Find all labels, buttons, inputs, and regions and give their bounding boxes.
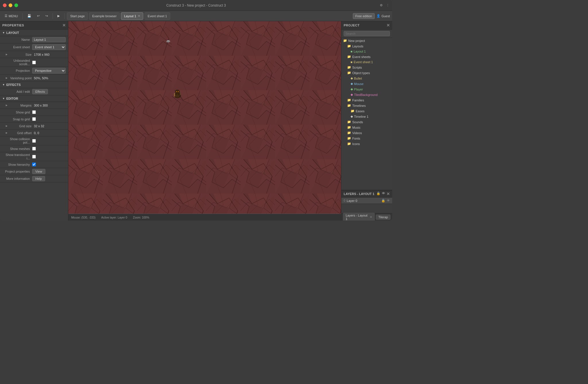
projection-select[interactable]: Perspective xyxy=(32,68,66,74)
grid-size-expand-icon: ▶ xyxy=(6,125,9,127)
snap-to-grid-checkbox[interactable] xyxy=(32,117,36,121)
bullet-icon: ◆ xyxy=(351,76,353,80)
tree-item-scripts[interactable]: 📁 Scripts xyxy=(341,65,392,70)
menu-icon: ☰ xyxy=(5,14,7,18)
tree-item-event-sheet-1[interactable]: ■ Event sheet 1 xyxy=(341,59,392,65)
player-sprite xyxy=(172,87,183,99)
view-button[interactable]: View xyxy=(32,169,45,174)
prop-row-grid-size: ▶ Grid size 32 x 32 xyxy=(0,123,68,130)
tree-item-bullet[interactable]: ◆ Bullet xyxy=(341,76,392,81)
effects-button[interactable]: Effects xyxy=(32,89,48,94)
tree-item-mouse[interactable]: ◆ Mouse xyxy=(341,81,392,86)
show-translucent-checkbox[interactable] xyxy=(32,155,36,159)
prop-row-event-sheet: Event sheet Event sheet 1 xyxy=(0,43,68,51)
tree-item-icons[interactable]: 📁 Icons xyxy=(341,141,392,146)
redo-button[interactable]: ↪ xyxy=(43,12,50,20)
folder-icon: 📁 xyxy=(347,65,351,69)
tree-item-fonts[interactable]: 📁 Fonts xyxy=(341,136,392,141)
show-collision-checkbox[interactable] xyxy=(32,139,36,143)
show-hierarchy-checkbox[interactable] xyxy=(32,163,36,166)
editor-section-header[interactable]: ▼ EDITOR xyxy=(0,95,68,102)
window-title: Construct 3 - New project - Construct 3 xyxy=(166,3,226,7)
timeline-icon: ◆ xyxy=(351,115,353,118)
eye-icon[interactable]: 👁 xyxy=(382,192,385,196)
show-meshes-checkbox[interactable] xyxy=(32,147,36,150)
guest-button[interactable]: 👤 Guest xyxy=(376,14,390,18)
maximize-button[interactable] xyxy=(14,3,18,7)
svg-point-14 xyxy=(178,91,179,92)
layers-panel-header-right: 🔒 👁 ✕ xyxy=(376,192,390,196)
help-button[interactable]: Help xyxy=(32,176,45,181)
more-icon[interactable]: ⋮ xyxy=(386,3,389,7)
effects-section-header[interactable]: ▼ EFFECTS xyxy=(0,82,68,88)
folder-icon: 📁 xyxy=(347,104,351,107)
minimize-button[interactable] xyxy=(9,3,12,7)
prop-row-unbounded: Unbounded scrolli... xyxy=(0,58,68,67)
undo-button[interactable]: ↩ xyxy=(35,12,42,20)
show-grid-checkbox[interactable] xyxy=(32,110,36,114)
tree-item-music[interactable]: 📁 Music xyxy=(341,125,392,130)
layer-lock-icon[interactable]: 🔒 xyxy=(381,199,385,202)
tiledbg-icon: ◆ xyxy=(351,93,353,97)
tree-item-sounds[interactable]: 📁 Sounds xyxy=(341,119,392,125)
tab-start-page[interactable]: Start page xyxy=(67,12,88,20)
prop-row-size: ▶ Size 1708 x 960 xyxy=(0,51,68,58)
folder-icon: 📁 xyxy=(347,131,351,135)
prop-row-vanishing: ▶ Vanishing point 50%, 50% xyxy=(0,75,68,82)
canvas-area[interactable]: Mouse: (530, -333) Active layer: Layer 0… xyxy=(68,21,341,221)
run-button[interactable]: ▶ xyxy=(55,12,62,20)
tree-item-new-project[interactable]: 📁 New project xyxy=(341,38,392,43)
tree-item-timelines[interactable]: 📁 Timelines xyxy=(341,103,392,108)
tab-example-browser[interactable]: Example browser xyxy=(89,12,120,20)
tree-item-timeline-1[interactable]: ◆ Timeline 1 xyxy=(341,114,392,119)
tree-item-event-sheets[interactable]: 📁 Event sheets xyxy=(341,54,392,59)
tree-item-eases[interactable]: 📁 Eases xyxy=(341,108,392,114)
tree-item-layout-1[interactable]: ■ Layout 1 xyxy=(341,49,392,54)
editor-arrow-icon: ▼ xyxy=(2,97,5,100)
project-panel: PROJECT ✕ 📁 New project 📁 Layouts ■ Layo… xyxy=(341,21,392,190)
toolbar-separator-3 xyxy=(64,13,65,19)
tree-item-videos[interactable]: 📁 Videos xyxy=(341,130,392,136)
layer-eye-icon[interactable]: 👁 xyxy=(387,199,390,202)
tree-item-layouts[interactable]: 📁 Layouts xyxy=(341,43,392,49)
folder-icon: 📁 xyxy=(347,55,351,59)
mouse-position: Mouse: (530, -333) xyxy=(71,216,96,219)
tree-item-player[interactable]: ◆ Player xyxy=(341,86,392,92)
folder-icon: 📁 xyxy=(347,142,351,146)
layers-tab-close[interactable]: ✕ xyxy=(370,215,372,219)
tab-event-sheet-1[interactable]: Event sheet 1 xyxy=(144,12,170,20)
tree-item-tiled-background[interactable]: ◆ TiledBackground xyxy=(341,92,392,97)
layout-section-header[interactable]: ▼ LAYOUT xyxy=(0,30,68,36)
save-button[interactable]: 💾 xyxy=(25,12,34,20)
tree-item-families[interactable]: 📁 Families xyxy=(341,97,392,103)
tree-item-object-types[interactable]: 📁 Object types xyxy=(341,70,392,76)
guest-icon: 👤 xyxy=(376,14,380,18)
canvas-texture xyxy=(68,21,341,214)
unbounded-scroll-checkbox[interactable] xyxy=(32,61,36,64)
folder-icon: 📁 xyxy=(347,71,351,75)
prop-row-effects: Add / edit Effects xyxy=(0,88,68,95)
free-edition-button[interactable]: Free edition xyxy=(353,13,375,19)
name-input[interactable] xyxy=(32,37,66,42)
main-layout: PROPERTIES ✕ ▼ LAYOUT Name Event sheet E… xyxy=(0,21,392,221)
lock-icon[interactable]: 🔒 xyxy=(376,192,380,196)
layer-row-0[interactable]: 0 Layer 0 🔒 👁 xyxy=(341,198,392,204)
project-panel-header: PROJECT ✕ xyxy=(341,21,392,30)
tab-layout-1-close[interactable]: ✕ xyxy=(138,14,140,18)
tilerap-tab[interactable]: Tilerap xyxy=(376,215,390,220)
layers-layout-1-tab[interactable]: Layers - Layout 1 ✕ xyxy=(343,213,375,221)
project-close-button[interactable]: ✕ xyxy=(386,23,390,28)
size-expand-icon: ▶ xyxy=(6,53,9,56)
tab-layout-1[interactable]: Layout 1 ✕ xyxy=(121,12,143,20)
margins-expand-icon: ▶ xyxy=(6,104,9,107)
close-button[interactable] xyxy=(3,3,7,7)
settings-icon[interactable]: ⚙ xyxy=(380,3,383,7)
project-search-input[interactable] xyxy=(344,31,390,36)
folder-icon: 📁 xyxy=(351,109,355,113)
properties-close-button[interactable]: ✕ xyxy=(62,23,66,28)
svg-rect-7 xyxy=(68,21,341,214)
event-sheet-select[interactable]: Event sheet 1 xyxy=(32,44,66,50)
svg-point-16 xyxy=(167,40,169,41)
layers-close-button[interactable]: ✕ xyxy=(386,192,390,196)
menu-button[interactable]: ☰ MENU xyxy=(2,12,20,20)
